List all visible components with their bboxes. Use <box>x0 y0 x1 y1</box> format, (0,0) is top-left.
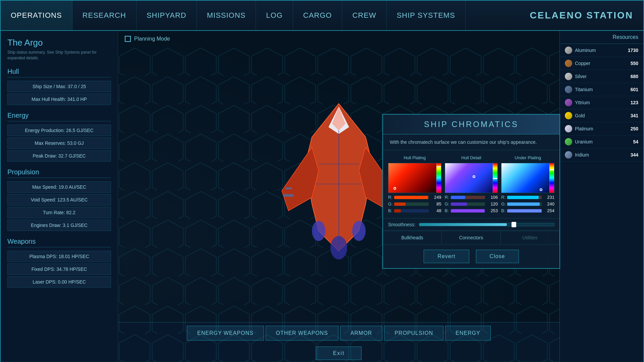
slider-handle <box>493 178 497 179</box>
color-picker-section: Hull Plating R: 249 G: 85 <box>388 155 441 213</box>
b-slider[interactable] <box>507 209 542 213</box>
resource-icon <box>565 73 572 80</box>
prop-stat-speed: Max Speed: 19.0 AU/SEC <box>7 181 111 193</box>
weapons-header: Weapons <box>7 238 111 247</box>
chromatics-tab[interactable]: Bulkheads <box>383 231 442 244</box>
weapons-stat-plasma: Plasma DPS: 18.01 HP/SEC <box>7 251 111 262</box>
resource-row: Yttrium 123 <box>560 96 643 109</box>
color-dot <box>540 188 542 191</box>
hull-stat-health: Max Hull Health: 341.0 HP <box>7 94 111 105</box>
resource-icon <box>565 112 572 119</box>
resource-icon <box>565 86 572 93</box>
station-title: CELAENO STATION <box>520 1 643 30</box>
resource-icon <box>565 151 572 159</box>
smoothness-row: Smoothness: <box>383 218 559 231</box>
resource-icon <box>565 125 572 132</box>
b-slider[interactable] <box>451 209 485 213</box>
energy-section: Energy Energy Production: 26.5 GJ/SEC Ma… <box>7 112 111 162</box>
chromatics-tab[interactable]: Connectors <box>442 231 500 244</box>
color-dot <box>473 175 475 178</box>
weapons-stat-laser: Laser DPS: 0.00 HP/SEC <box>7 276 111 288</box>
ship-name: The Argo <box>7 38 111 48</box>
chromatics-actions: Revert Close <box>383 244 559 268</box>
color-picker-label: Under Plating <box>501 155 554 160</box>
resource-name: Gold <box>575 113 628 118</box>
resource-row: Copper 550 <box>560 57 643 70</box>
r-slider[interactable] <box>394 196 429 199</box>
resource-value: 680 <box>631 74 638 79</box>
right-panel: Resources Aluminum 1730 Copper 550 Silve… <box>559 31 643 362</box>
resource-value: 123 <box>631 100 638 105</box>
weapons-stat-fixed: Fixed DPS: 34.78 HP/SEC <box>7 263 111 275</box>
color-canvas[interactable] <box>501 163 554 193</box>
resource-value: 1730 <box>628 48 638 53</box>
nav-shipyard[interactable]: Shipyard <box>137 1 197 30</box>
r-row: R: 106 <box>445 195 498 200</box>
resource-row: Silver 680 <box>560 70 643 83</box>
chromatics-description: With the chromatech surface we can custo… <box>383 134 559 150</box>
color-canvas[interactable] <box>445 163 498 193</box>
resources-header: Resources <box>560 31 643 44</box>
smoothness-fill <box>419 223 507 226</box>
color-dot <box>393 187 396 190</box>
color-picker-section: Hull Detail R: 106 G: 120 <box>445 155 498 213</box>
hull-header: Hull <box>7 68 111 77</box>
nav-log[interactable]: Log <box>256 1 293 30</box>
nav-ship-systems[interactable]: Ship Systems <box>387 1 466 30</box>
color-canvas[interactable] <box>388 163 441 193</box>
nav-cargo[interactable]: Cargo <box>293 1 342 30</box>
g-slider[interactable] <box>507 202 542 206</box>
revert-button[interactable]: Revert <box>424 250 469 263</box>
resource-value: 54 <box>633 139 638 144</box>
ship-subtitle: Ship status summary. See Ship Systems pa… <box>7 50 111 61</box>
nav-research[interactable]: Research <box>72 1 137 30</box>
resource-icon <box>565 60 572 67</box>
resource-icon <box>565 138 572 145</box>
r-slider[interactable] <box>451 196 485 199</box>
svg-point-7 <box>352 221 366 241</box>
chromatics-tab[interactable]: Utilities <box>501 231 559 244</box>
nav-crew[interactable]: Crew <box>342 1 386 30</box>
g-slider[interactable] <box>394 202 429 206</box>
resource-icon <box>565 99 572 106</box>
weapons-section: Weapons Plasma DPS: 18.01 HP/SEC Fixed D… <box>7 238 111 288</box>
propulsion-header: Propulsion <box>7 168 111 178</box>
r-row: R: 231 <box>501 195 554 200</box>
svg-rect-15 <box>285 187 292 189</box>
smoothness-label: Smoothness: <box>388 222 416 227</box>
planning-bar: Planning Mode <box>118 31 559 47</box>
hull-section: Hull Ship Size / Max: 37.0 / 25 Max Hull… <box>7 68 111 105</box>
resource-row: Iridium 344 <box>560 148 643 162</box>
svg-rect-13 <box>283 194 293 197</box>
left-panel: The Argo Ship status summary. See Ship S… <box>1 31 118 362</box>
resource-name: Copper <box>575 61 628 66</box>
resource-value: 344 <box>631 152 638 158</box>
planning-mode-label: Planning Mode <box>134 36 170 42</box>
resource-row: Platinum 250 <box>560 122 643 135</box>
prop-stat-turn: Turn Rate: 82.2 <box>7 207 111 218</box>
r-slider[interactable] <box>507 196 542 199</box>
g-slider[interactable] <box>451 202 485 206</box>
resource-name: Iridium <box>575 152 628 158</box>
close-button[interactable]: Close <box>476 250 519 263</box>
nav-operations[interactable]: Operations <box>1 1 72 30</box>
energy-stat-reserves: Max Reserves: 53.0 GJ <box>7 137 111 149</box>
energy-stat-production: Energy Production: 26.5 GJ/SEC <box>7 125 111 136</box>
resource-name: Platinum <box>575 126 628 131</box>
planning-mode-checkbox[interactable] <box>125 36 131 42</box>
resource-row: Uranium 54 <box>560 135 643 148</box>
resource-name: Yttrium <box>575 100 628 105</box>
color-picker-label: Hull Detail <box>445 155 498 160</box>
nav-missions[interactable]: Missions <box>197 1 256 30</box>
resource-value: 341 <box>631 113 638 118</box>
resource-row: Gold 341 <box>560 109 643 122</box>
color-picker-label: Hull Plating <box>388 155 441 160</box>
energy-header: Energy <box>7 112 111 121</box>
resource-list: Aluminum 1730 Copper 550 Silver 680 Tita… <box>560 44 643 162</box>
energy-stat-draw: Peak Draw: 32.7 GJ/SEC <box>7 150 111 162</box>
smoothness-track[interactable] <box>419 223 554 226</box>
b-slider[interactable] <box>394 209 429 213</box>
resource-name: Silver <box>575 74 628 79</box>
r-row: R: 249 <box>388 195 441 200</box>
b-row: B: 253 <box>445 208 498 213</box>
